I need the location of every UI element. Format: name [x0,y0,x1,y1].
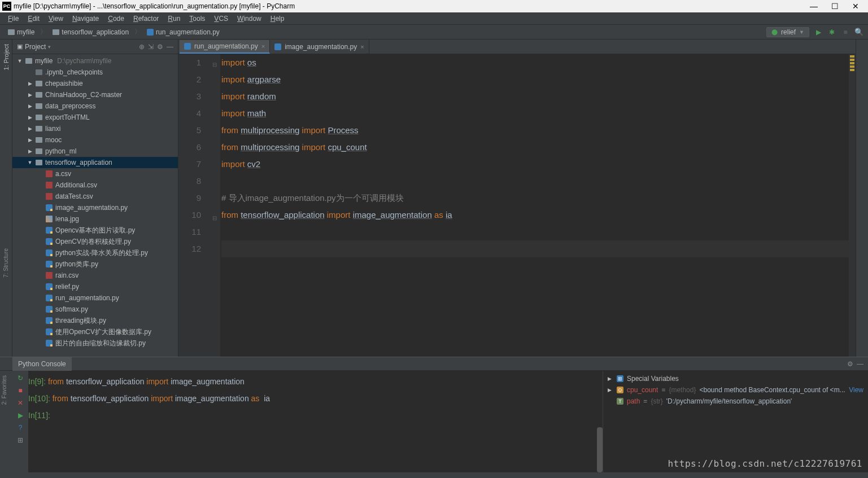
code-editor[interactable]: 123456789101112 ⊟ ⊟ import osimport argp… [178,54,856,357]
menu-item-view[interactable]: View [44,14,68,24]
project-tool-tab[interactable]: 1: Project [2,40,11,74]
tree-item[interactable]: ▶exportToHTML [12,112,178,123]
warning-marker[interactable] [850,62,854,64]
console-line[interactable]: In[9]: from tensorflow_application impor… [28,373,603,390]
tree-item[interactable]: 使用OpenCV扩大图像数据库.py [12,326,178,337]
code-line[interactable]: from tensorflow_application import image… [221,207,849,223]
tree-item[interactable]: ▶chepaishibie [12,78,178,89]
expand-arrow-icon[interactable]: ▶ [27,81,33,86]
menu-item-refactor[interactable]: Refactor [129,14,163,24]
tree-item[interactable]: ▼myfileD:\pycharm\myfile [12,55,178,67]
help-icon[interactable]: ? [19,424,23,432]
console-line[interactable]: In[11]: [28,407,603,424]
menu-item-vcs[interactable]: VCS [210,14,233,24]
chevron-down-icon[interactable]: ▾ [48,44,51,50]
tree-item[interactable]: ▼tensorflow_application [12,157,178,168]
warning-marker[interactable] [850,55,854,58]
warning-marker[interactable] [850,59,854,61]
code-line[interactable]: import cv2 [221,156,849,173]
tree-item[interactable]: rain.csv [12,270,178,281]
variables-panel[interactable]: ▶⊞Special Variables▶⊙cpu_count = {method… [603,371,868,472]
tree-item[interactable]: ▶python_ml [12,146,178,157]
code-line[interactable]: from multiprocessing import Process [221,122,849,139]
tree-item[interactable]: ▶mooc [12,134,178,146]
tree-item[interactable]: relief.py [12,281,178,292]
stop-icon[interactable]: ■ [18,387,22,394]
expand-arrow-icon[interactable]: ▶ [27,148,33,154]
expand-arrow-icon[interactable]: ▶ [27,92,33,98]
code-line[interactable]: import math [221,105,849,122]
breadcrumb-item[interactable]: tensorflow_application [49,28,132,37]
view-link[interactable]: View [849,386,863,394]
expand-arrow-icon[interactable]: ▶ [27,115,33,120]
tree-item[interactable]: OpenCV的卷积核处理.py [12,236,178,247]
tree-item[interactable]: run_augmentation.py [12,292,178,304]
expand-arrow-icon[interactable]: ▼ [27,160,33,165]
tree-item[interactable]: Opencv基本的图片读取.py [12,225,178,236]
maximize-button[interactable]: ☐ [831,2,839,11]
tree-item[interactable]: .ipynb_checkpoints [12,67,178,78]
search-everywhere-button[interactable]: 🔍 [854,28,863,37]
code-line[interactable]: import random [221,88,849,105]
run-button[interactable]: ▶ [814,28,823,37]
tree-item[interactable]: ▶ChinaHadoop_C2-master [12,89,178,100]
code-line[interactable] [221,240,849,257]
console-tab[interactable]: Python Console [12,357,72,371]
menu-item-window[interactable]: Window [233,14,266,24]
variable-row[interactable]: ▶⊞Special Variables [608,373,863,384]
fold-marker-icon[interactable]: ⊟ [212,210,217,227]
tree-item[interactable]: image_augmentation.py [12,202,178,213]
tree-item[interactable]: softmax.py [12,304,178,315]
scroll-from-source-icon[interactable]: ⊕ [139,43,145,51]
menu-item-file[interactable]: File [3,14,23,24]
editor-tab[interactable]: image_augmentation.py× [270,40,369,54]
collapse-all-icon[interactable]: ⇲ [148,43,154,51]
favorites-tool-tab[interactable]: 2: Favorites [0,371,8,409]
tree-item[interactable]: dataTest.csv [12,191,178,202]
expand-arrow-icon[interactable]: ▶ [608,387,613,393]
warning-marker[interactable] [850,69,854,71]
run-config-selector[interactable]: ⬤ relief ▼ [766,27,809,37]
execute-icon[interactable]: ▶ [18,411,23,419]
code-line[interactable]: # 导入image_augmentation.py为一个可调用模块 [221,190,849,207]
tree-item[interactable]: Additional.csv [12,179,178,191]
menu-item-navigate[interactable]: Navigate [68,14,103,24]
code-line[interactable]: import os [221,54,849,71]
project-tree[interactable]: ▼myfileD:\pycharm\myfile.ipynb_checkpoin… [12,54,178,357]
stop-button[interactable]: ■ [841,28,850,37]
tree-item[interactable]: ▶lianxi [12,123,178,134]
tree-item[interactable]: 图片的自由缩放和边缘裁切.py [12,337,178,349]
console-gear-icon[interactable]: ⚙ [847,360,853,368]
variable-row[interactable]: ▶⊙cpu_count = {method} <bound method Bas… [608,384,863,396]
code-line[interactable] [221,223,849,240]
code-line[interactable]: import argparse [221,71,849,88]
tree-item[interactable]: threading模块.py [12,315,178,326]
structure-tool-tab[interactable]: 7: Structure [2,244,10,282]
expand-arrow-icon[interactable]: ▶ [27,103,33,109]
expand-arrow-icon[interactable]: ▶ [27,137,33,143]
debug-button[interactable]: ✱ [827,28,836,37]
expand-arrow-icon[interactable]: ▶ [608,376,613,381]
variable-row[interactable]: Tpath = {str} 'D:/pycharm/myfile/tensorf… [608,396,863,407]
tree-item[interactable]: python类库.py [12,258,178,270]
menu-item-help[interactable]: Help [266,14,289,24]
menu-item-edit[interactable]: Edit [23,14,44,24]
close-icon[interactable]: ✕ [18,399,23,407]
menu-item-code[interactable]: Code [103,14,129,24]
code-content[interactable]: import osimport argparseimport randomimp… [220,54,849,357]
expand-arrow-icon[interactable]: ▼ [17,58,23,64]
hide-panel-icon[interactable]: — [167,43,173,51]
warning-marker[interactable] [850,65,854,68]
tree-item[interactable]: python实战-降水关系的处理.py [12,247,178,258]
console-hide-icon[interactable]: — [857,360,863,368]
minimize-button[interactable]: — [810,2,818,11]
fold-marker-icon[interactable]: ⊟ [212,56,217,73]
show-vars-icon[interactable]: ⊞ [18,436,23,444]
breadcrumb-item[interactable]: run_augmentation.py [143,28,223,37]
tree-item[interactable]: lena.jpg [12,213,178,225]
tree-item[interactable]: ▶data_preprocess [12,100,178,112]
close-tab-icon[interactable]: × [261,43,265,50]
rerun-icon[interactable]: ↻ [18,374,23,382]
editor-tab[interactable]: run_augmentation.py× [180,40,270,54]
menu-item-tools[interactable]: Tools [185,14,210,24]
